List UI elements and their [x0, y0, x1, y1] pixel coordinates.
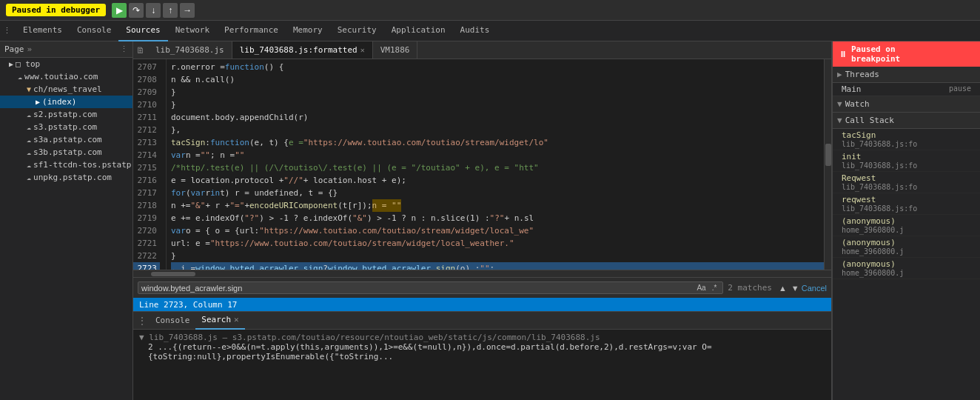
main-layout: Page » ⋮ ▶ □ top ☁ www.toutiao.com ▼ ch/…	[0, 41, 980, 400]
fn-name: (anonymous)	[842, 259, 971, 269]
file-ref: lib_7403688.js:fo	[842, 183, 971, 191]
folder-icon: ▶	[9, 60, 13, 68]
tree-item-toutiao[interactable]: ☁ www.toutiao.com	[0, 70, 132, 83]
code-line-2711: document.body.appendChild(r)	[171, 111, 824, 124]
call-stack-item-reqwest[interactable]: reqwest lib_7403688.js:fo	[833, 193, 980, 215]
fn-name: (anonymous)	[842, 216, 971, 226]
tab-sources[interactable]: Sources	[118, 21, 167, 41]
tab-memory[interactable]: Memory	[286, 21, 330, 41]
close-search-icon[interactable]: ✕	[234, 315, 239, 324]
threads-label: Threads	[845, 70, 879, 79]
cloud-icon: ☁	[27, 173, 31, 181]
threads-section-header[interactable]: ▶ Threads	[833, 67, 980, 83]
status-bar: Line 2723, Column 17	[133, 298, 831, 311]
more-icon: »	[27, 44, 33, 54]
step-into-button[interactable]: ↓	[146, 3, 161, 18]
code-line-2707: r.onerror = function() {	[171, 61, 824, 73]
prev-match-button[interactable]: ▲	[776, 283, 789, 293]
line-num-2723: 2723	[133, 262, 160, 270]
fn-name: (anonymous)	[842, 238, 971, 247]
tree-options-icon[interactable]: ⋮	[120, 44, 128, 54]
horizontal-scrollbar[interactable]	[133, 270, 831, 277]
code-line-2710: }	[171, 99, 824, 111]
tree-label: □ top	[16, 59, 40, 69]
call-stack-item-tacsign[interactable]: tacSign lib_7403688.js:fo	[833, 129, 980, 150]
search-bar: Aa .* 2 matches ▲ ▼ Cancel	[133, 277, 831, 298]
editor-tab-lib-formatted[interactable]: lib_7403688.js:formatted ✕	[232, 41, 373, 59]
threads-content: Main pause	[833, 83, 980, 96]
devtools-icon: ⋮	[3, 26, 11, 36]
line-num-2710: 2710	[133, 99, 160, 111]
thread-name: Main	[842, 84, 862, 94]
h-scroll-thumb	[151, 272, 195, 276]
vertical-scrollbar[interactable]	[824, 59, 831, 270]
bottom-source-label[interactable]: ▼ lib_7403688.js — s3.pstatp.com/toutiao…	[139, 333, 825, 342]
tree-item-s2[interactable]: ☁ s2.pstatp.com	[0, 108, 132, 121]
tab-network[interactable]: Network	[168, 21, 217, 41]
tree-item-top[interactable]: ▶ □ top	[0, 58, 132, 70]
tree-item-ch[interactable]: ▼ ch/news_travel	[0, 83, 132, 96]
code-line-2714: var n = ""; n = ""	[171, 149, 824, 161]
line-num-2721: 2721	[133, 237, 160, 250]
tree-item-index[interactable]: ▶ (index)	[0, 96, 132, 108]
bottom-result-item[interactable]: 2 ...{(return--e>0&&(n=t.apply(this,argu…	[139, 342, 825, 361]
tree-item-sf1[interactable]: ☁ sf1-ttcdn-tos.pstatp.co...	[0, 159, 132, 171]
code-line-2715: /*http/.test(e) || (/\/toutiso\/.test(e)…	[171, 161, 824, 174]
tree-item-s3b[interactable]: ☁ s3b.pstatp.com	[0, 146, 132, 159]
tree-label: ch/news_travel	[33, 84, 102, 94]
code-line-2719: e += e.indexOf("?") > -1 ? e.indexOf("&"…	[171, 212, 824, 224]
editor-tab-lib[interactable]: lib_7403688.js	[148, 41, 232, 59]
call-stack-item-anon1[interactable]: (anonymous) home_3960800.j	[833, 215, 980, 236]
tree-item-s3[interactable]: ☁ s3.pstatp.com	[0, 121, 132, 133]
line-num-2716: 2716	[133, 174, 160, 187]
tab-audits[interactable]: Audits	[453, 21, 497, 41]
watch-section-header[interactable]: ▼ Watch	[833, 96, 980, 113]
tab-search-bottom[interactable]: Search ✕	[195, 312, 244, 330]
call-stack-item-anon3[interactable]: (anonymous) home_3960800.j	[833, 258, 980, 279]
close-tab-icon[interactable]: ✕	[360, 46, 365, 54]
call-stack-section-header[interactable]: ▼ Call Stack	[833, 113, 980, 129]
tab-application[interactable]: Application	[384, 21, 453, 41]
regex-button[interactable]: .*	[709, 283, 720, 293]
tree-label: s3.pstatp.com	[33, 122, 97, 132]
thread-item-main[interactable]: Main pause	[833, 83, 980, 96]
cloud-icon: ☁	[27, 148, 31, 156]
call-stack-item-anon2[interactable]: (anonymous) home_3960800.j	[833, 236, 980, 258]
line-num-2711: 2711	[133, 111, 160, 124]
search-input-wrap: Aa .*	[138, 281, 723, 294]
file-icon: ▶	[36, 98, 40, 106]
collapse-icon: ▶	[837, 70, 842, 79]
file-ref: lib_7403688.js:fo	[842, 204, 971, 213]
file-ref: home_3960800.j	[842, 247, 971, 256]
line-num-2720: 2720	[133, 224, 160, 237]
paused-badge: Paused in debugger	[6, 4, 106, 16]
folder-open-icon: ▼	[27, 85, 31, 93]
call-stack-item-init[interactable]: init lib_7403688.js:fo	[833, 150, 980, 172]
step-button[interactable]: →	[180, 3, 195, 18]
bottom-options-icon[interactable]: ⋮	[138, 316, 147, 326]
fn-name: Reqwest	[842, 173, 971, 183]
code-line-2716: e = location.protocol + "//" + location.…	[171, 174, 824, 187]
tab-console[interactable]: Console	[70, 21, 118, 41]
line-num-2707: 2707	[133, 61, 160, 73]
code-content[interactable]: r.onerror = function() { n && n.call() }…	[167, 59, 824, 270]
tab-elements[interactable]: Elements	[16, 21, 70, 41]
tab-performance[interactable]: Performance	[217, 21, 286, 41]
tab-security[interactable]: Security	[330, 21, 384, 41]
thread-status: pause	[949, 84, 971, 94]
tab-console-bottom[interactable]: Console	[150, 312, 195, 330]
next-match-button[interactable]: ▼	[789, 283, 802, 293]
step-over-button[interactable]: ↷	[129, 3, 144, 18]
case-sensitive-button[interactable]: Aa	[694, 283, 708, 293]
step-out-button[interactable]: ↑	[163, 3, 178, 18]
tree-label: s3b.pstatp.com	[33, 147, 102, 157]
resume-button[interactable]: ▶	[112, 3, 127, 18]
tree-item-unpkg[interactable]: ☁ unpkg.pstatp.com	[0, 171, 132, 184]
editor-tab-vm[interactable]: VM1886	[373, 41, 418, 59]
status-line-text: Line 2723, Column 17	[139, 300, 237, 310]
call-stack-item-reqwest-cap[interactable]: Reqwest lib_7403688.js:fo	[833, 172, 980, 193]
search-input[interactable]	[141, 284, 694, 293]
tree-item-s3a[interactable]: ☁ s3a.pstatp.com	[0, 133, 132, 146]
search-cancel-button[interactable]: Cancel	[802, 284, 827, 293]
line-num-2719: 2719	[133, 212, 160, 224]
